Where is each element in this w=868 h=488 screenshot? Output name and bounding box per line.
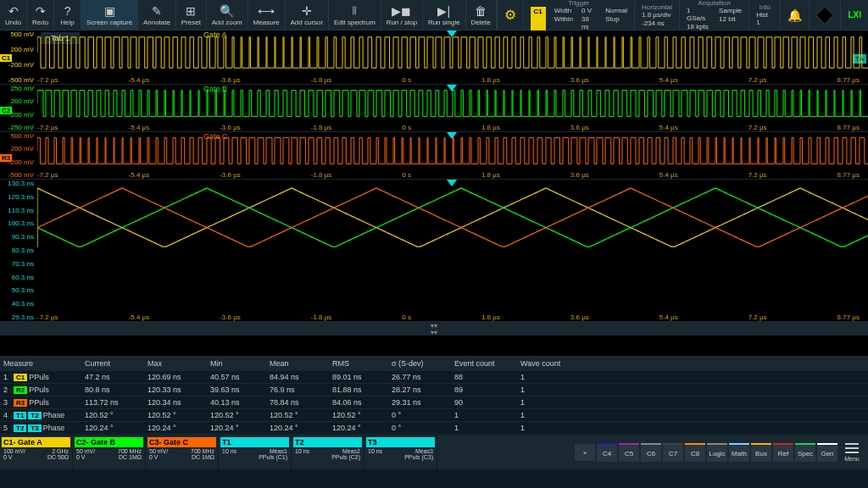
spectrum-icon: ⫴	[352, 4, 357, 18]
table-row[interactable]: 5T2T3Phase120.24 °120.24 °120.24 °120.24…	[0, 422, 868, 435]
channel-select-c6[interactable]: C6	[641, 445, 661, 462]
preset-button[interactable]: ⊞Preset	[176, 0, 207, 30]
channel-panel-header: C3- Gate C	[147, 437, 216, 447]
gear-icon: ⚙	[504, 7, 516, 23]
channel-select-logic[interactable]: Logic	[707, 445, 727, 462]
channel-badge-c2[interactable]: C2	[0, 107, 12, 114]
info-header: Info	[756, 3, 773, 11]
channel-chip: R2	[14, 386, 27, 394]
zoom-icon: 🔍	[220, 4, 234, 18]
waveform-panel-track[interactable]: 130.3 ns120.3 ns110.3 ns100.3 ns90.3 ns8…	[0, 180, 868, 322]
waveform-panel-r3[interactable]: 500 mV200 mV-200 mV-500 mV R3 Gate C -7.…	[0, 132, 868, 180]
screen-capture-label: Screen capture	[86, 19, 132, 26]
run-stop-label: Run / stop	[387, 19, 417, 26]
trigger-header: Trigger	[531, 0, 627, 7]
x-axis-p1: -7.2 µs-5.4 µs-3.6 µs-1.8 µs0 s1.8 µs3.6…	[37, 76, 860, 84]
channel-panel[interactable]: C3- Gate C50 mV/0 V700 MHzDC 1MΩ	[146, 435, 219, 469]
screen-capture-button[interactable]: ▣Screen capture	[81, 0, 138, 30]
preset-label: Preset	[181, 19, 201, 26]
acquisition-block[interactable]: Acquisition 1 GSa/s18 kpts Sample12 bit	[679, 0, 748, 30]
channel-select-ref[interactable]: Ref	[773, 445, 793, 462]
bell-button[interactable]: 🔔	[780, 0, 809, 30]
channel-panel-header: T3	[366, 437, 435, 447]
channel-badge-c1[interactable]: C1	[0, 54, 12, 62]
rs-logo-icon	[815, 5, 835, 25]
x-axis-p2: -7.2 µs-5.4 µs-3.6 µs-1.8 µs0 s1.8 µs3.6…	[37, 124, 860, 131]
trash-icon: 🗑	[475, 4, 487, 18]
channel-select-bus[interactable]: Bus	[751, 445, 771, 462]
x-axis-p4: -7.2 µs-5.4 µs-3.6 µs-1.8 µs0 s1.8 µs3.6…	[37, 313, 860, 321]
channel-chip: R3	[14, 399, 27, 407]
run-single-label: Run single	[428, 19, 460, 26]
camera-icon: ▣	[104, 4, 115, 18]
channel-panel[interactable]: T310 nsMeas3PPuls (C3)	[364, 435, 437, 469]
help-button[interactable]: ?Help	[54, 0, 81, 30]
channel-panel[interactable]: C1- Gate A100 mV/0 V2 GHzDC 50Ω	[0, 435, 73, 469]
channel-panel[interactable]: C2- Gate B50 mV/0 V700 MHzDC 1MΩ	[73, 435, 146, 469]
measure-button[interactable]: ⟷Measure	[248, 0, 286, 30]
add-zoom-label: Add zoom	[212, 19, 242, 26]
horizontal-header: Horizontal	[642, 3, 672, 11]
channel-select-gen[interactable]: Gen	[817, 445, 837, 462]
channel-badge-r3[interactable]: R3	[0, 154, 12, 162]
channel-chip: C1	[14, 374, 27, 381]
table-row[interactable]: 1C1PPuls47.2 ns120.69 ns40.57 ns84.94 ns…	[0, 371, 868, 384]
undo-label: Undo	[5, 19, 21, 26]
play-single-icon: ▶|	[437, 4, 450, 18]
edit-spectrum-label: Edit spectrum	[334, 19, 376, 26]
channel-chip: T1	[14, 412, 26, 419]
brand-logo	[809, 0, 840, 30]
settings-gear[interactable]: ⚙	[497, 0, 523, 30]
cursor-icon: ✛	[302, 4, 312, 18]
channel-panel[interactable]: T210 nsMeas2PPuls (C2)	[292, 435, 364, 469]
waveform-panel-c2[interactable]: 250 mV200 mV-200 mV-250 mV C2 Gate B -7.…	[0, 85, 868, 132]
annotate-button[interactable]: ✎Annotate	[138, 0, 176, 30]
ruler-icon: ⟷	[258, 4, 275, 18]
pencil-icon: ✎	[152, 4, 162, 18]
waveform-area[interactable]: Tab 1 500 mV200 mV-200 mV-500 mV C1 TA G…	[0, 30, 868, 356]
help-icon: ?	[64, 4, 71, 18]
channel-select-spec[interactable]: Spec	[795, 445, 815, 462]
menu-button[interactable]: Menu	[839, 440, 865, 465]
redo-button[interactable]: ↷Redo	[27, 0, 54, 30]
table-row[interactable]: 3R3PPuls113.72 ns120.34 ns40.13 ns78.84 …	[0, 396, 868, 409]
hamburger-icon	[845, 443, 859, 445]
delete-button[interactable]: 🗑Delete	[466, 0, 497, 30]
edit-spectrum-button[interactable]: ⫴Edit spectrum	[329, 0, 381, 30]
table-row[interactable]: 4T1T2Phase120.52 °120.52 °120.52 °120.52…	[0, 409, 868, 422]
channel-select-math[interactable]: Math	[729, 445, 749, 462]
trigger-block[interactable]: Trigger C1 WidthWithin 0 V38 ns NormalSt…	[523, 0, 634, 30]
channel-panel-header: T1	[220, 437, 289, 447]
x-axis-p3: -7.2 µs-5.4 µs-3.6 µs-1.8 µs0 s1.8 µs3.6…	[37, 171, 860, 179]
redo-label: Redo	[32, 19, 48, 26]
bottom-bar: C1- Gate A100 mV/0 V2 GHzDC 50ΩC2- Gate …	[0, 435, 868, 469]
table-row[interactable]: 2R2PPuls80.8 ns120.33 ns39.63 ns76.9 ns8…	[0, 384, 868, 396]
play-stop-icon: ▶◼	[392, 4, 411, 18]
run-single-button[interactable]: ▶|Run single	[423, 0, 466, 30]
horizontal-block[interactable]: Horizontal 1.8 µs/div-234 ns	[634, 0, 679, 30]
waveform-panel-c1[interactable]: Tab 1 500 mV200 mV-200 mV-500 mV C1 TA G…	[0, 30, 868, 85]
close-button[interactable]: ×	[575, 444, 595, 461]
measurement-table: Measure Current Max Min Mean RMS σ (S-de…	[0, 356, 868, 435]
channel-chip: T2	[14, 424, 26, 432]
channel-panel-header: C2- Gate B	[75, 437, 143, 447]
redo-icon: ↷	[36, 4, 46, 18]
channel-select-c5[interactable]: C5	[619, 445, 639, 462]
channel-select-c8[interactable]: C8	[685, 445, 705, 462]
info-block[interactable]: Info Hist 1	[748, 0, 780, 30]
undo-button[interactable]: ↶Undo	[0, 0, 27, 30]
channel-panel[interactable]: T110 nsMeas1PPuls (C1)	[219, 435, 292, 469]
lxi-logo: LXI	[840, 0, 868, 30]
channel-select-c7[interactable]: C7	[663, 445, 683, 462]
add-zoom-button[interactable]: 🔍Add zoom	[207, 0, 248, 30]
annotate-label: Annotate	[143, 19, 170, 26]
scroll-indicator-2[interactable]: ▾▾	[0, 329, 868, 336]
undo-icon: ↶	[8, 4, 19, 18]
acquisition-header: Acquisition	[687, 0, 742, 7]
channel-select-c4[interactable]: C4	[597, 445, 617, 462]
preset-icon: ⊞	[186, 4, 196, 18]
run-stop-button[interactable]: ▶◼Run / stop	[381, 0, 423, 30]
add-cursor-button[interactable]: ✛Add cursor	[286, 0, 329, 30]
menu-label: Menu	[844, 456, 860, 462]
trigger-channel-badge: C1	[531, 7, 546, 30]
